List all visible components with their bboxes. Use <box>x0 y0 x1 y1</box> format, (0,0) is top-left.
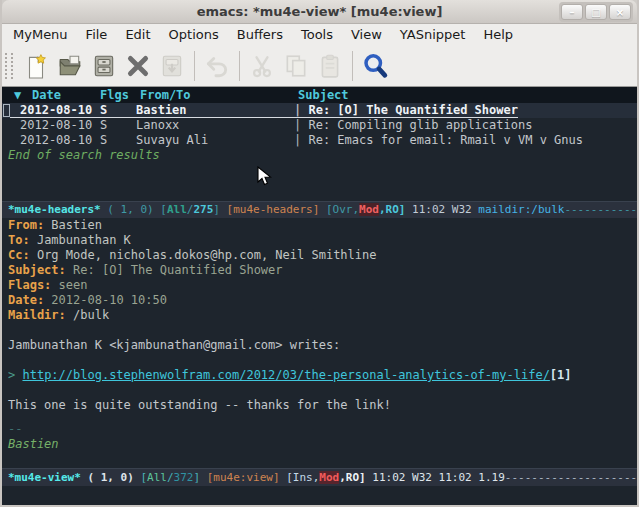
scissors-icon <box>249 53 275 79</box>
quoted-link-line: > http://blog.stephenwolfram.com/2012/03… <box>2 368 637 383</box>
message-link[interactable]: http://blog.stephenwolfram.com/2012/03/t… <box>22 368 549 382</box>
open-folder-icon <box>57 53 83 79</box>
header-row-selected[interactable]: 2012-08-10SBastien| Re: [O] The Quantifi… <box>2 103 637 118</box>
column-date[interactable]: Date <box>32 87 100 103</box>
close-x-icon <box>125 53 151 79</box>
save-icon <box>91 53 117 79</box>
end-of-search-results: End of search results <box>2 148 637 163</box>
blank-line <box>2 413 637 422</box>
modeline-buffer-name: *mu4e-headers* <box>8 203 101 216</box>
clipboard-icon <box>317 53 343 79</box>
menu-item-edit[interactable]: Edit <box>116 24 159 45</box>
undo-arrow-icon <box>204 53 230 79</box>
row-date: 2012-08-10 <box>20 133 100 148</box>
row-separator: | <box>294 118 308 132</box>
field-value: 2012-08-10 10:50 <box>51 293 167 307</box>
modeline-mod-flag: Mod <box>359 203 379 216</box>
field-value: seen <box>59 278 88 292</box>
open-file-button[interactable] <box>53 50 87 82</box>
menu-item-yasnippet[interactable]: YASnippet <box>391 24 475 45</box>
field-date: Date: 2012-08-10 10:50 <box>2 293 637 308</box>
new-file-button[interactable] <box>19 50 53 82</box>
menu-item-help[interactable]: Help <box>474 24 522 45</box>
field-label: Flags: <box>8 278 51 292</box>
blank-line <box>2 323 637 338</box>
emacs-window: emacs: *mu4e-view* [mu4e:view] – □ × MyM… <box>0 0 639 507</box>
link-footnote-ref: [1] <box>550 368 572 382</box>
field-to: To: Jambunathan K <box>2 233 637 248</box>
modeline-ro-flag: ,RO] <box>379 203 406 216</box>
save-as-button[interactable] <box>155 50 189 82</box>
modeline-time: 11:02 W32 <box>405 203 478 216</box>
close-button[interactable]: × <box>609 4 631 20</box>
modeline-dashes: ------------ <box>564 203 637 216</box>
modeline-position: ( 1, 0) <box>81 471 141 484</box>
menu-item-buffers[interactable]: Buffers <box>228 24 292 45</box>
modeline-bracket: [ <box>319 203 332 216</box>
minibuffer-echo-area[interactable] <box>2 486 637 505</box>
field-subject: Subject: Re: [O] The Quantified Shower <box>2 263 637 278</box>
modeline-count: 372 <box>174 471 194 484</box>
menu-item-mymenu[interactable]: MyMenu <box>4 24 77 45</box>
field-from: From: Bastien <box>2 218 637 233</box>
column-subject[interactable]: Subject <box>298 88 349 102</box>
toolbar-separator <box>194 51 195 81</box>
column-from-to[interactable]: From/To <box>140 87 298 103</box>
signature-name: Bastien <box>2 437 637 452</box>
modeline-count: 275 <box>193 203 213 216</box>
minimize-button[interactable]: – <box>561 4 583 20</box>
field-maildir: Maildir: /bulk <box>2 308 637 323</box>
header-row[interactable]: 2012-08-10SLanoxx| Re: Compiling glib ap… <box>2 118 637 133</box>
toolbar-separator <box>352 51 353 81</box>
modeline-filter: All <box>147 471 167 484</box>
toolbar-separator <box>239 51 240 81</box>
signature-separator: -- <box>2 422 637 437</box>
toolbar-grip[interactable] <box>5 53 13 79</box>
tool-bar <box>2 45 637 87</box>
window-controls: – □ × <box>559 2 633 22</box>
save-buffer-button[interactable] <box>87 50 121 82</box>
field-value: /bulk <box>73 308 109 322</box>
copy-button[interactable] <box>279 50 313 82</box>
comment-line: This one is quite outstanding -- thanks … <box>2 398 637 413</box>
field-label: Subject: <box>8 263 66 277</box>
modeline-bracket: [ <box>280 471 293 484</box>
emacs-frame: ▼DateFlgsFrom/ToSubject 2012-08-10SBasti… <box>2 87 637 505</box>
search-icon <box>361 52 389 80</box>
message-view-window: From: Bastien To: Jambunathan K Cc: Org … <box>2 218 637 486</box>
field-value: Org Mode, nicholas.dokos@hp.com, Neil Sm… <box>37 248 377 262</box>
close-buffer-button[interactable] <box>121 50 155 82</box>
paste-button[interactable] <box>313 50 347 82</box>
modeline-buffer-name: *mu4e-view* <box>8 471 81 484</box>
field-flags: Flags: seen <box>2 278 637 293</box>
search-button[interactable] <box>358 50 392 82</box>
field-label: Cc: <box>8 248 30 262</box>
row-date: 2012-08-10 <box>20 118 100 133</box>
maximize-button[interactable]: □ <box>585 4 607 20</box>
menu-item-options[interactable]: Options <box>160 24 228 45</box>
sort-indicator-icon[interactable]: ▼ <box>14 87 32 103</box>
headers-empty-area <box>2 163 637 201</box>
modeline-filter: All <box>167 203 187 216</box>
blank-line <box>2 353 637 368</box>
modeline-position: ( 1, 0) <box>101 203 161 216</box>
header-row[interactable]: 2012-08-10SSuvayu Ali| Re: Emacs for ema… <box>2 133 637 148</box>
modeline-bracket: [ <box>160 203 167 216</box>
menu-item-file[interactable]: File <box>77 24 117 45</box>
field-value: Bastien <box>51 218 102 232</box>
view-empty-area <box>2 452 637 468</box>
menu-item-tools[interactable]: Tools <box>292 24 342 45</box>
menu-item-view[interactable]: View <box>342 24 391 45</box>
row-from: Suvayu Ali <box>136 133 294 148</box>
headers-column-header: ▼DateFlgsFrom/ToSubject <box>2 87 637 103</box>
row-date: 2012-08-10 <box>20 103 100 118</box>
cut-button[interactable] <box>245 50 279 82</box>
modeline-bracket: ] <box>213 203 226 216</box>
row-flags: S <box>100 133 136 148</box>
modeline-time: 11:02 W32 11:02 1.19 <box>366 471 505 484</box>
title-bar[interactable]: emacs: *mu4e-view* [mu4e:view] – □ × <box>2 0 637 24</box>
window-title: emacs: *mu4e-view* [mu4e:view] <box>2 4 637 19</box>
undo-button[interactable] <box>200 50 234 82</box>
column-flags[interactable]: Flgs <box>100 87 140 103</box>
emacs-cursor <box>3 104 10 117</box>
